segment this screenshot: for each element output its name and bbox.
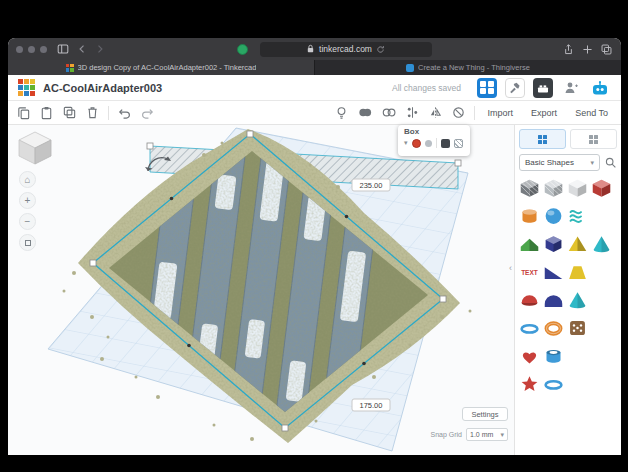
collections-view-button[interactable] [570, 129, 617, 149]
undo-icon[interactable] [117, 105, 132, 120]
share-design-button[interactable] [561, 78, 581, 98]
browser-extension-icon[interactable] [237, 44, 248, 55]
tab-bar: 3D design Copy of AC-CoolAirAdapter002 -… [8, 60, 621, 75]
share-icon[interactable] [562, 43, 575, 56]
delete-icon[interactable] [85, 105, 100, 120]
group-icon[interactable] [357, 105, 373, 120]
shape-ring-thin[interactable] [543, 374, 564, 394]
tinkercad-robot-button[interactable] [589, 78, 611, 98]
settings-button[interactable]: Settings [462, 407, 508, 421]
shape-paraboloid[interactable] [567, 290, 588, 310]
show-all-icon[interactable] [334, 105, 349, 120]
shape-ring[interactable] [519, 318, 540, 338]
shape-polygon[interactable] [543, 234, 564, 254]
shape-box-hole[interactable] [519, 178, 540, 198]
redo-icon[interactable] [140, 105, 155, 120]
view-cube[interactable] [16, 129, 54, 167]
shape-dice[interactable] [567, 318, 588, 338]
grid-icon [589, 135, 598, 144]
shape-scribble[interactable] [567, 206, 588, 226]
solid-toggle[interactable] [441, 139, 450, 148]
minimize-button[interactable] [28, 46, 35, 53]
shape-box-transparent[interactable] [543, 178, 564, 198]
inspector-title: Box [404, 127, 464, 136]
hole-toggle[interactable] [454, 139, 463, 148]
paste-icon[interactable] [39, 105, 54, 120]
shape-box-white[interactable] [567, 178, 588, 198]
reload-icon[interactable] [376, 45, 385, 54]
shape-heart[interactable] [519, 346, 540, 366]
align-icon[interactable] [405, 105, 420, 120]
import-button[interactable]: Import [483, 108, 519, 118]
shape-sphere[interactable] [543, 206, 564, 226]
block-icon[interactable] [451, 105, 466, 120]
shape-wedge[interactable] [543, 262, 564, 282]
chevron-down-icon: ▾ [590, 159, 594, 167]
snap-grid-row: Snap Grid 1.0 mm ▾ [430, 428, 508, 441]
shape-roof[interactable] [519, 234, 540, 254]
new-tab-icon[interactable] [581, 43, 594, 56]
shape-cylinder[interactable] [519, 206, 540, 226]
3d-viewport[interactable]: 235.00 175.00 [8, 125, 514, 455]
snap-grid-select[interactable]: 1.0 mm ▾ [466, 428, 508, 441]
svg-text:235.00: 235.00 [360, 181, 383, 190]
shape-torus[interactable] [543, 318, 564, 338]
brick-icon [536, 81, 550, 95]
shapes-view-button[interactable] [519, 129, 566, 149]
blocks-button[interactable] [533, 78, 553, 98]
hammer-icon [508, 81, 522, 95]
send-to-button[interactable]: Send To [570, 108, 613, 118]
edit-toolbar: Import Export Send To [8, 101, 621, 125]
tab-thingiverse[interactable]: Create a New Thing - Thingiverse [315, 60, 621, 75]
design-view-button[interactable] [477, 78, 497, 98]
search-icon[interactable] [604, 156, 617, 169]
shape-tube[interactable] [543, 346, 564, 366]
copy-icon[interactable] [16, 105, 31, 120]
shape-category-select[interactable]: Basic Shapes ▾ [519, 154, 600, 171]
panel-collapse-icon[interactable]: ‹ [509, 263, 512, 273]
solid-color-swatch[interactable] [412, 139, 421, 148]
ungroup-icon[interactable] [381, 105, 397, 120]
back-icon[interactable] [76, 43, 88, 55]
svg-text:TEXT: TEXT [521, 269, 538, 276]
zoom-in-button[interactable]: + [19, 192, 36, 209]
shape-trapezoid[interactable] [567, 262, 588, 282]
dimension-width[interactable]: 235.00 [352, 179, 390, 191]
address-bar[interactable]: tinkercad.com [260, 42, 432, 57]
screen: tinkercad.com 3D design Copy of AC-CoolA… [0, 0, 628, 472]
shape-half-sphere[interactable] [519, 290, 540, 310]
shape-text[interactable]: TEXT [519, 262, 540, 282]
preset-color-swatch[interactable] [425, 140, 432, 147]
shape-inspector[interactable]: Box ▾ [398, 125, 470, 156]
tab-tinkercad[interactable]: 3D design Copy of AC-CoolAirAdapter002 -… [8, 60, 314, 75]
zoom-out-button[interactable]: − [19, 213, 36, 230]
app-header: AC-CoolAirAdapter003 All changes saved [8, 75, 621, 101]
shape-star[interactable] [519, 374, 540, 394]
tinkercad-logo[interactable] [18, 79, 35, 96]
flip-icon[interactable] [428, 105, 443, 120]
fit-view-button[interactable] [19, 234, 36, 251]
zoom-button[interactable] [40, 46, 47, 53]
grid-icon [538, 135, 547, 144]
tab-title: 3D design Copy of AC-CoolAirAdapter002 -… [78, 63, 257, 72]
sidebar-icon[interactable] [56, 42, 70, 56]
dimension-depth[interactable]: 175.00 [352, 399, 390, 411]
shape-box[interactable] [591, 178, 612, 198]
thingiverse-favicon [406, 64, 414, 72]
shape-cone[interactable] [591, 234, 612, 254]
viewport-canvas[interactable]: 235.00 175.00 ⌂ + − [8, 125, 514, 455]
duplicate-icon[interactable] [62, 105, 77, 120]
simlab-button[interactable] [505, 78, 525, 98]
browser-toolbar: tinkercad.com [8, 38, 621, 60]
home-view-button[interactable]: ⌂ [19, 171, 36, 188]
chevron-down-icon[interactable]: ▾ [404, 139, 408, 147]
export-button[interactable]: Export [526, 108, 562, 118]
workspace: 235.00 175.00 ⌂ + − [8, 125, 621, 455]
forward-icon[interactable] [94, 43, 106, 55]
robot-icon [591, 80, 609, 96]
design-name[interactable]: AC-CoolAirAdapter003 [43, 82, 162, 94]
shape-round-roof[interactable] [543, 290, 564, 310]
tab-overview-icon[interactable] [600, 43, 613, 56]
shape-pyramid[interactable] [567, 234, 588, 254]
close-button[interactable] [16, 46, 23, 53]
